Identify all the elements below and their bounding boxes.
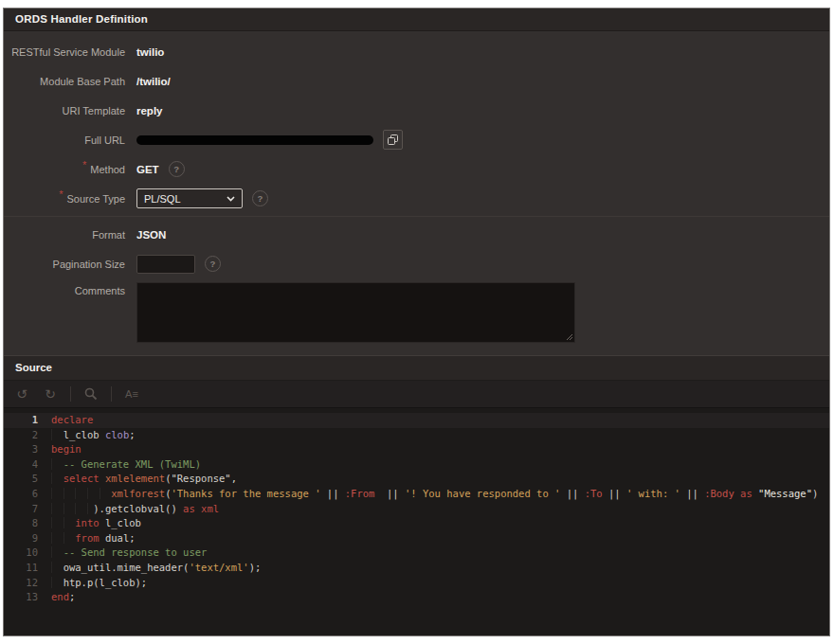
code-line: 8 into l_clob xyxy=(4,516,829,531)
source-section-header: Source xyxy=(4,355,829,381)
form-row-comments: Comments xyxy=(4,282,829,343)
code-line-content: l_clob clob; xyxy=(51,428,136,443)
form-row-module-base-path: Module Base Path/twilio/ xyxy=(4,66,829,96)
form-row-full-url: Full URL xyxy=(4,125,829,154)
comments-control xyxy=(136,282,575,343)
code-line: 13end; xyxy=(4,590,829,605)
method-value: GET xyxy=(136,164,159,175)
restful-service-module-label-cell: RESTful Service Module xyxy=(4,46,125,58)
code-line-content: declare xyxy=(51,413,93,428)
code-line-content: from dual; xyxy=(51,531,136,546)
line-number: 3 xyxy=(4,442,51,457)
required-marker: * xyxy=(59,188,63,200)
code-line: 6 xmlforest('Thanks for the message ' ||… xyxy=(4,487,829,502)
code-line: 2 l_clob clob; xyxy=(4,428,829,443)
line-number: 13 xyxy=(4,590,51,605)
full-url-redacted-value xyxy=(136,135,373,145)
code-line: 5 select xmlelement("Response", xyxy=(4,472,829,487)
code-line: 3begin xyxy=(4,442,829,457)
uri-template-control: reply xyxy=(136,105,163,116)
code-line-content: -- Generate XML (TwiML) xyxy=(51,457,201,473)
line-number: 8 xyxy=(4,516,51,531)
full-url-control xyxy=(136,130,403,150)
toolbar-separator xyxy=(70,386,71,402)
code-line: 1declare xyxy=(4,413,829,428)
comments-textarea-wrap xyxy=(136,282,575,343)
comments-textarea[interactable] xyxy=(136,282,575,343)
code-line: 7 ).getclobval() as xml xyxy=(4,502,829,517)
module-base-path-label: Module Base Path xyxy=(40,76,125,87)
copy-url-button[interactable] xyxy=(383,130,403,150)
panel-header: ORDS Handler Definition xyxy=(4,9,829,31)
format-value: JSON xyxy=(136,229,166,241)
code-line: 4 -- Generate XML (TwiML) xyxy=(4,457,829,473)
source-type-select[interactable]: PL/SQL xyxy=(136,188,243,208)
pagination-size-label-cell: Pagination Size xyxy=(4,259,125,270)
line-number: 12 xyxy=(4,576,51,591)
restful-service-module-label: RESTful Service Module xyxy=(11,46,125,58)
help-icon[interactable]: ? xyxy=(252,190,268,206)
line-number: 10 xyxy=(4,546,51,561)
source-type-label-cell: *Source Type xyxy=(4,193,125,205)
form-row-source-type: *Source TypePL/SQL? xyxy=(4,184,829,213)
method-control: GET? xyxy=(136,161,185,177)
uri-template-value: reply xyxy=(136,105,163,116)
undo-icon: ↺ xyxy=(16,387,27,401)
format-label-cell: Format xyxy=(4,229,125,241)
module-base-path-label-cell: Module Base Path xyxy=(4,76,125,87)
toolbar-separator xyxy=(111,386,112,402)
section-divider xyxy=(4,216,829,217)
help-icon[interactable]: ? xyxy=(205,256,221,272)
form-row-restful-service-module: RESTful Service Moduletwilio xyxy=(4,37,829,66)
comments-label: Comments xyxy=(75,285,125,296)
form-row-uri-template: URI Templatereply xyxy=(4,96,829,125)
method-label: Method xyxy=(90,164,125,175)
pagination-size-label: Pagination Size xyxy=(53,259,125,270)
code-line-content: htp.p(l_clob); xyxy=(51,576,147,591)
copy-icon xyxy=(388,134,398,145)
ords-handler-definition-panel: ORDS Handler Definition RESTful Service … xyxy=(3,8,830,636)
code-line: 11 owa_util.mime_header('text/xml'); xyxy=(4,561,829,576)
redo-icon: ↻ xyxy=(45,387,56,401)
code-line-content: owa_util.mime_header('text/xml'); xyxy=(51,561,261,576)
line-number: 4 xyxy=(4,457,51,473)
pagination-size-input[interactable] xyxy=(136,255,195,274)
line-number: 5 xyxy=(4,472,51,487)
redo-button[interactable]: ↻ xyxy=(36,383,64,405)
required-marker: * xyxy=(82,159,86,170)
source-type-control: PL/SQL? xyxy=(136,188,268,208)
line-number: 11 xyxy=(4,561,51,576)
code-line: 9 from dual; xyxy=(4,531,829,546)
code-line-content: begin xyxy=(51,442,82,457)
help-icon[interactable]: ? xyxy=(169,161,185,177)
undo-button[interactable]: ↺ xyxy=(8,383,36,405)
module-base-path-value: /twilio/ xyxy=(136,76,171,87)
line-number: 7 xyxy=(4,502,51,517)
code-editor-toolbar: ↺↻A≡ xyxy=(4,381,829,408)
code-line-content: xmlforest('Thanks for the message ' || :… xyxy=(51,487,818,502)
form-row-pagination-size: Pagination Size? xyxy=(4,249,829,278)
code-line-content: -- Send response to user xyxy=(51,546,207,561)
search-icon xyxy=(84,387,98,401)
format-control: JSON xyxy=(136,229,166,241)
source-type-label: Source Type xyxy=(66,193,125,205)
line-number: 2 xyxy=(4,428,51,443)
comments-label-cell: Comments xyxy=(4,282,125,296)
autocomplete-button[interactable]: A≡ xyxy=(118,383,146,405)
autocomplete-icon: A≡ xyxy=(125,389,138,400)
search-button[interactable] xyxy=(77,383,105,405)
code-line-content: ).getclobval() as xml xyxy=(51,502,219,517)
source-type-selected-value: PL/SQL xyxy=(144,193,181,205)
restful-service-module-control: twilio xyxy=(136,46,164,58)
form-row-format: FormatJSON xyxy=(4,220,829,249)
form-row-method: *MethodGET? xyxy=(4,154,829,184)
code-line-content: into l_clob xyxy=(51,516,141,531)
code-line: 12 htp.p(l_clob); xyxy=(4,576,829,591)
code-line-content: end; xyxy=(51,590,75,605)
module-base-path-control: /twilio/ xyxy=(136,76,171,87)
restful-service-module-value: twilio xyxy=(136,46,164,58)
full-url-label: Full URL xyxy=(84,134,125,146)
code-editor[interactable]: 1declare2 l_clob clob;3begin4 -- Generat… xyxy=(4,408,829,635)
line-number: 6 xyxy=(4,487,51,502)
code-line: 10 -- Send response to user xyxy=(4,546,829,561)
